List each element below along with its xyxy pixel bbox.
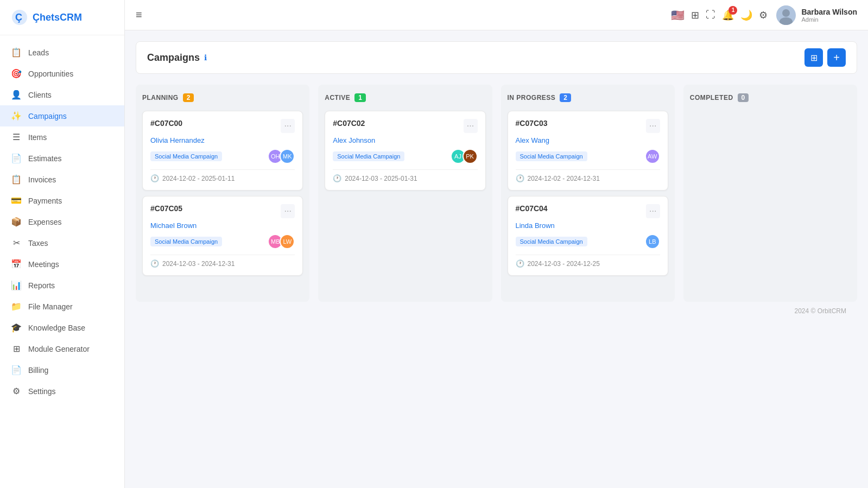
sidebar-item-opportunities[interactable]: 🎯Opportunities [0,63,124,84]
card-name[interactable]: Alex Wang [516,136,660,144]
card-date-range: 2024-12-03 - 2024-12-31 [162,260,235,268]
sidebar-item-expenses[interactable]: 📦Expenses [0,211,124,232]
card-name[interactable]: Michael Brown [150,221,295,230]
avatar: PK [462,149,478,164]
sidebar-item-campaigns[interactable]: ✨Campaigns [0,105,124,126]
taxes-icon: ✂ [11,238,22,248]
notification-icon[interactable]: 🔔 1 [722,9,734,21]
knowledge-base-icon: 🎓 [11,322,22,333]
sidebar-item-leads[interactable]: 📋Leads [0,42,124,63]
sidebar-item-meetings[interactable]: 📅Meetings [0,253,124,275]
card-top: #C07C05 ··· [150,204,295,218]
card-menu-button[interactable]: ··· [281,204,295,218]
card-middle: Social Media Campaign AW [516,149,660,164]
column-header-completed: COMPLETED 0 [690,91,851,104]
footer: 2024 © OrbitCRM [136,302,857,320]
card-menu-button[interactable]: ··· [464,119,478,133]
sidebar-item-items[interactable]: ☰Items [0,126,124,148]
card-avatars: LB [645,234,660,249]
card-tag: Social Media Campaign [516,237,587,246]
card-middle: Social Media Campaign AJPK [333,149,477,164]
sidebar-item-module-generator[interactable]: ⊞Module Generator [0,338,124,359]
card-name[interactable]: Olivia Hernandez [150,136,295,144]
card-middle: Social Media Campaign LB [516,234,660,249]
sidebar-label-leads: Leads [28,48,49,57]
clock-icon: 🕐 [516,259,524,268]
sidebar-item-invoices[interactable]: 📋Invoices [0,169,124,190]
clients-icon: 👤 [11,90,22,100]
user-info[interactable]: Barbara Wilson Admin [776,5,857,25]
card-top: #C07C02 ··· [333,119,477,133]
column-title-completed: COMPLETED [690,94,733,102]
card-id: #C07C00 [150,119,182,128]
footer-text: 2024 © OrbitCRM [794,307,846,315]
card-avatars: MBLW [268,234,295,249]
column-planning: PLANNING 2 #C07C00 ··· Olivia Hernandez … [136,85,309,302]
sidebar-item-estimates[interactable]: 📄Estimates [0,148,124,169]
sidebar-label-clients: Clients [28,91,52,99]
grid-icon[interactable]: ⊞ [691,9,699,21]
column-title-active: ACTIVE [325,94,350,102]
card-name[interactable]: Linda Brown [516,221,660,230]
estimates-icon: 📄 [11,153,22,163]
sidebar-label-module-generator: Module Generator [28,345,90,353]
sidebar-label-taxes: Taxes [28,239,48,248]
card-date-range: 2024-12-03 - 2024-12-25 [528,260,600,268]
sidebar-item-file-manager[interactable]: 📁File Manager [0,296,124,317]
column-badge-completed: 0 [738,93,749,102]
svg-point-3 [782,9,790,17]
sidebar-label-opportunities: Opportunities [28,69,73,78]
sidebar-item-clients[interactable]: 👤Clients [0,84,124,105]
dark-mode-icon[interactable]: 🌙 [740,9,752,21]
card-menu-button[interactable]: ··· [646,204,660,218]
card-id: #C07C02 [333,119,365,128]
content-area: Campaigns ℹ ⊞ + PLANNING 2 #C07C00 ··· O… [125,30,868,488]
card-menu-button[interactable]: ··· [281,119,295,133]
card-date-range: 2024-12-02 - 2024-12-31 [528,175,600,182]
column-active: ACTIVE 1 #C07C02 ··· Alex Johnson Social… [318,85,492,302]
logo-text: ÇhetsCRM [33,12,82,23]
campaign-card: #C07C02 ··· Alex Johnson Social Media Ca… [325,111,485,191]
billing-icon: 📄 [11,365,22,375]
card-footer: 🕐 2024-12-02 - 2025-01-11 [150,169,295,182]
items-icon: ☰ [11,132,22,142]
column-title-planning: PLANNING [142,94,179,102]
sidebar-label-reports: Reports [28,281,55,290]
settings-icon[interactable]: ⚙ [759,9,768,21]
campaign-card: #C07C05 ··· Michael Brown Social Media C… [142,196,303,276]
avatar: LB [645,234,660,249]
sidebar-item-knowledge-base[interactable]: 🎓Knowledge Base [0,317,124,338]
card-id: #C07C04 [516,204,548,213]
opportunities-icon: 🎯 [11,68,22,79]
view-grid-button[interactable]: ⊞ [804,48,823,67]
sidebar-item-settings[interactable]: ⚙Settings [0,381,124,402]
reports-icon: 📊 [11,280,22,290]
card-menu-button[interactable]: ··· [646,119,660,133]
card-top: #C07C04 ··· [516,204,660,218]
sidebar-item-reports[interactable]: 📊Reports [0,275,124,296]
sidebar-item-billing[interactable]: 📄Billing [0,359,124,381]
meetings-icon: 📅 [11,259,22,269]
add-campaign-button[interactable]: + [827,48,846,67]
sidebar-label-file-manager: File Manager [28,302,73,311]
info-icon[interactable]: ℹ [204,53,207,62]
header-icons: 🇺🇸 ⊞ ⛶ 🔔 1 🌙 ⚙ [671,9,768,22]
column-badge-active: 1 [354,93,366,102]
sidebar-label-expenses: Expenses [28,218,61,226]
kanban-board: PLANNING 2 #C07C00 ··· Olivia Hernandez … [136,85,857,302]
column-badge-in-progress: 2 [560,93,571,102]
fullscreen-icon[interactable]: ⛶ [706,9,715,21]
card-name[interactable]: Alex Johnson [333,136,477,144]
logo[interactable]: Ç ÇhetsCRM [0,0,124,35]
sidebar-item-taxes[interactable]: ✂Taxes [0,232,124,253]
leads-icon: 📋 [11,47,22,58]
sidebar-item-payments[interactable]: 💳Payments [0,190,124,211]
module-generator-icon: ⊞ [11,344,22,354]
card-tag: Social Media Campaign [516,151,587,161]
hamburger-icon[interactable]: ≡ [136,9,142,21]
flag-icon[interactable]: 🇺🇸 [671,9,685,22]
header: ≡ 🇺🇸 ⊞ ⛶ 🔔 1 🌙 ⚙ Barbara Wilson Admin [125,0,868,30]
sidebar-label-meetings: Meetings [28,260,59,269]
logo-icon: Ç [11,9,28,26]
card-date-range: 2024-12-02 - 2025-01-11 [162,175,235,182]
